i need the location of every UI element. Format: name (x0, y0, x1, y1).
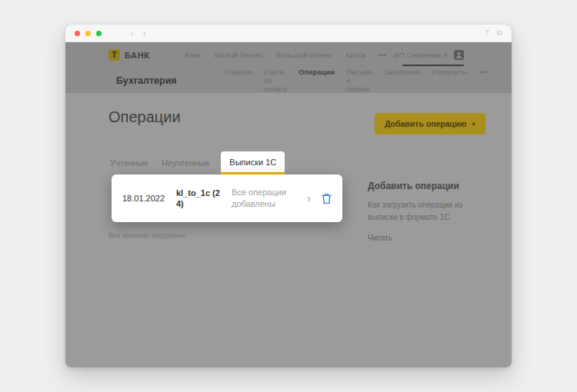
top-nav: Банк Малый бизнес Большой бизнес Касса •… (185, 51, 387, 59)
help-panel-title: Добавить операции (368, 181, 477, 191)
minimize-window-button[interactable] (85, 31, 91, 36)
bank-logo[interactable]: Т БАНК (108, 49, 150, 61)
trash-icon[interactable] (322, 193, 332, 204)
operations-tabs: Учтенные Неучтенные Выписки 1С (108, 151, 285, 174)
account-menu[interactable]: ИП Смирнова А (394, 50, 464, 60)
top-nav-big-business[interactable]: Большой бизнес (276, 51, 332, 59)
browser-back-icon[interactable]: ‹ (131, 29, 134, 38)
browser-chrome: ‹ › ⤒ ⧉ (65, 25, 512, 42)
statement-date: 18.01.2022 (122, 194, 176, 203)
section-title: Бухгалтерия (116, 75, 177, 86)
subnav-letters[interactable]: Письма и сверки (346, 68, 372, 93)
top-nav-bank[interactable]: Банк (185, 51, 202, 59)
browser-forward-icon[interactable]: › (143, 29, 146, 38)
close-window-button[interactable] (75, 31, 80, 36)
subnav-invoices[interactable]: Счета на оплату (264, 68, 287, 93)
account-name: ИП Смирнова А (394, 51, 448, 59)
zoom-window-button[interactable] (96, 31, 102, 36)
statements-footer-note: Все выписки загружены (108, 231, 185, 239)
add-operation-button[interactable]: Добавить операцию ▾ (375, 113, 485, 135)
subnav-applications[interactable]: Заявления (384, 68, 421, 93)
section-nav: Главная Счета на оплату Операции Письма … (225, 68, 487, 93)
subnav-more-icon[interactable]: ••• (479, 68, 487, 93)
chevron-right-icon[interactable]: › (307, 193, 311, 204)
top-nav-small-business[interactable]: Малый бизнес (214, 51, 263, 59)
page-title: Операции (108, 108, 181, 126)
top-nav-kassa[interactable]: Касса (345, 51, 365, 59)
help-panel-text: Как загрузить операции из выписки в форм… (368, 199, 477, 223)
help-panel: Добавить операции Как загрузить операции… (368, 181, 477, 244)
chevron-down-icon: ▾ (472, 121, 475, 128)
share-icon[interactable]: ⤒ (485, 29, 489, 37)
person-icon (455, 51, 462, 58)
read-link[interactable]: Читать (368, 234, 392, 242)
browser-window: ‹ › ⤒ ⧉ Т БАНК Банк Малый бизнес Большой… (65, 25, 512, 367)
page-content: Т БАНК Банк Малый бизнес Большой бизнес … (65, 42, 512, 367)
bank-logo-icon: Т (108, 49, 120, 61)
traffic-lights (75, 31, 102, 36)
site-header: Т БАНК Банк Малый бизнес Большой бизнес … (65, 42, 512, 93)
top-navigation-bar: Т БАНК Банк Малый бизнес Большой бизнес … (65, 42, 512, 68)
statement-file-name: kl_to_1c (24) (176, 188, 225, 210)
tab-1c-statements[interactable]: Выписки 1С (221, 151, 285, 174)
new-tab-icon[interactable]: ⧉ (497, 29, 502, 37)
statement-status: Все операции добавлены (232, 187, 307, 210)
avatar (454, 50, 464, 60)
subnav-main[interactable]: Главная (225, 68, 252, 93)
tab-accounted[interactable]: Учтенные (108, 151, 150, 174)
account-active-underline (402, 65, 464, 66)
add-operation-label: Добавить операцию (385, 119, 467, 128)
top-nav-more-icon[interactable]: ••• (379, 51, 386, 59)
subnav-requisites[interactable]: Реквизиты (432, 68, 468, 93)
subnav-operations[interactable]: Операции (299, 68, 335, 93)
bank-logo-text: БАНК (125, 51, 150, 60)
section-navigation-bar: Бухгалтерия Главная Счета на оплату Опер… (65, 68, 512, 93)
statement-row[interactable]: 18.01.2022 kl_to_1c (24) Все операции до… (112, 174, 342, 222)
tab-unaccounted[interactable]: Неучтенные (160, 151, 211, 174)
